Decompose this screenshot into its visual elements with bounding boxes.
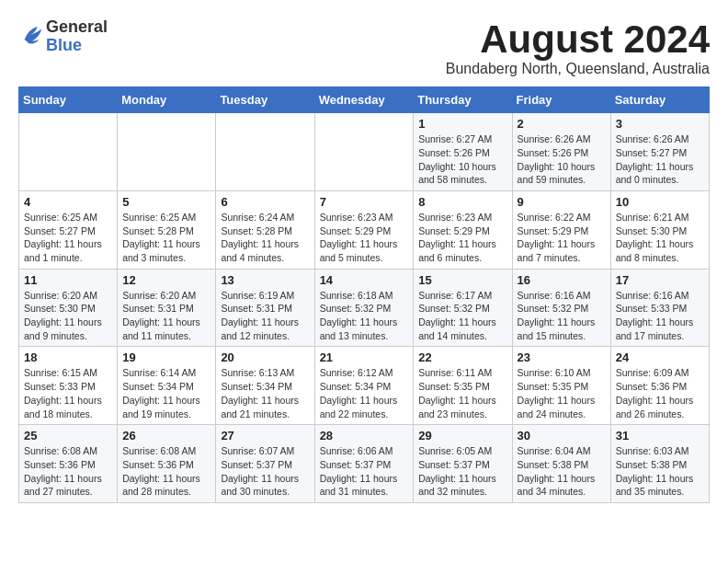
day-number: 19 <box>122 350 210 364</box>
day-of-week-sunday: Sunday <box>19 87 118 113</box>
day-number: 27 <box>221 429 309 442</box>
calendar-cell: 12Sunrise: 6:20 AM Sunset: 5:31 PM Dayli… <box>118 269 216 347</box>
calendar-cell: 1Sunrise: 6:27 AM Sunset: 5:26 PM Daylig… <box>414 113 512 191</box>
month-title: August 2024 <box>446 18 710 61</box>
calendar-cell <box>314 113 414 191</box>
day-of-week-friday: Friday <box>512 87 610 113</box>
day-number: 18 <box>24 350 112 364</box>
day-info: Sunrise: 6:23 AM Sunset: 5:29 PM Dayligh… <box>320 211 409 265</box>
day-info: Sunrise: 6:21 AM Sunset: 5:30 PM Dayligh… <box>616 211 704 265</box>
day-number: 28 <box>320 429 409 442</box>
day-info: Sunrise: 6:20 AM Sunset: 5:31 PM Dayligh… <box>122 289 210 343</box>
calendar-cell: 15Sunrise: 6:17 AM Sunset: 5:32 PM Dayli… <box>414 269 512 347</box>
calendar-cell: 22Sunrise: 6:11 AM Sunset: 5:35 PM Dayli… <box>414 347 512 425</box>
day-of-week-saturday: Saturday <box>610 87 709 113</box>
day-info: Sunrise: 6:10 AM Sunset: 5:35 PM Dayligh… <box>518 366 606 420</box>
day-info: Sunrise: 6:17 AM Sunset: 5:32 PM Dayligh… <box>418 289 506 343</box>
day-info: Sunrise: 6:04 AM Sunset: 5:38 PM Dayligh… <box>518 444 606 499</box>
day-number: 5 <box>122 195 210 209</box>
logo-blue: Blue <box>46 37 108 55</box>
day-info: Sunrise: 6:26 AM Sunset: 5:27 PM Dayligh… <box>616 132 704 187</box>
day-number: 10 <box>616 195 704 209</box>
day-number: 31 <box>616 429 704 442</box>
day-number: 17 <box>616 273 704 287</box>
day-info: Sunrise: 6:26 AM Sunset: 5:26 PM Dayligh… <box>518 132 606 187</box>
calendar-cell: 26Sunrise: 6:08 AM Sunset: 5:36 PM Dayli… <box>118 425 216 503</box>
day-of-week-monday: Monday <box>118 87 216 113</box>
day-of-week-tuesday: Tuesday <box>216 87 314 113</box>
day-number: 30 <box>518 429 606 442</box>
calendar-cell: 25Sunrise: 6:08 AM Sunset: 5:36 PM Dayli… <box>19 425 118 503</box>
day-number: 24 <box>616 350 704 364</box>
day-number: 3 <box>616 117 704 131</box>
day-info: Sunrise: 6:03 AM Sunset: 5:38 PM Dayligh… <box>616 444 704 499</box>
day-info: Sunrise: 6:05 AM Sunset: 5:37 PM Dayligh… <box>418 444 506 499</box>
calendar-cell: 23Sunrise: 6:10 AM Sunset: 5:35 PM Dayli… <box>512 347 610 425</box>
day-number: 6 <box>221 195 309 209</box>
calendar-cell: 30Sunrise: 6:04 AM Sunset: 5:38 PM Dayli… <box>512 425 610 503</box>
day-number: 12 <box>122 273 210 287</box>
calendar-cell: 7Sunrise: 6:23 AM Sunset: 5:29 PM Daylig… <box>314 190 414 269</box>
logo-bird-icon <box>20 22 46 48</box>
day-info: Sunrise: 6:20 AM Sunset: 5:30 PM Dayligh… <box>24 289 112 343</box>
header: General Blue August 2024 Bundaberg North… <box>18 18 710 77</box>
day-number: 29 <box>418 429 506 442</box>
day-number: 20 <box>221 350 309 364</box>
day-number: 16 <box>518 273 606 287</box>
day-info: Sunrise: 6:12 AM Sunset: 5:34 PM Dayligh… <box>320 366 409 420</box>
day-of-week-wednesday: Wednesday <box>314 87 414 113</box>
calendar-cell: 8Sunrise: 6:23 AM Sunset: 5:29 PM Daylig… <box>414 190 512 269</box>
day-info: Sunrise: 6:16 AM Sunset: 5:32 PM Dayligh… <box>518 289 606 343</box>
day-info: Sunrise: 6:23 AM Sunset: 5:29 PM Dayligh… <box>418 211 506 265</box>
day-number: 23 <box>518 350 606 364</box>
calendar-cell: 10Sunrise: 6:21 AM Sunset: 5:30 PM Dayli… <box>610 190 709 269</box>
day-info: Sunrise: 6:06 AM Sunset: 5:37 PM Dayligh… <box>320 444 409 499</box>
day-number: 11 <box>24 273 112 287</box>
calendar-cell: 9Sunrise: 6:22 AM Sunset: 5:29 PM Daylig… <box>512 190 610 269</box>
day-info: Sunrise: 6:16 AM Sunset: 5:33 PM Dayligh… <box>616 289 704 343</box>
logo-general: General <box>46 18 108 37</box>
day-info: Sunrise: 6:13 AM Sunset: 5:34 PM Dayligh… <box>221 366 309 420</box>
calendar-cell: 21Sunrise: 6:12 AM Sunset: 5:34 PM Dayli… <box>314 347 414 425</box>
calendar-cell: 3Sunrise: 6:26 AM Sunset: 5:27 PM Daylig… <box>610 113 709 191</box>
day-info: Sunrise: 6:18 AM Sunset: 5:32 PM Dayligh… <box>320 289 409 343</box>
day-info: Sunrise: 6:22 AM Sunset: 5:29 PM Dayligh… <box>518 211 606 265</box>
day-number: 9 <box>518 195 606 209</box>
day-number: 15 <box>418 273 506 287</box>
calendar: SundayMondayTuesdayWednesdayThursdayFrid… <box>18 86 710 503</box>
day-number: 22 <box>418 350 506 364</box>
calendar-cell <box>19 113 118 191</box>
calendar-cell: 13Sunrise: 6:19 AM Sunset: 5:31 PM Dayli… <box>216 269 314 347</box>
day-info: Sunrise: 6:19 AM Sunset: 5:31 PM Dayligh… <box>221 289 309 343</box>
day-info: Sunrise: 6:25 AM Sunset: 5:28 PM Dayligh… <box>122 211 210 265</box>
day-number: 2 <box>518 117 606 131</box>
title-block: August 2024 Bundaberg North, Queensland,… <box>446 18 710 77</box>
day-number: 26 <box>122 429 210 442</box>
calendar-cell: 31Sunrise: 6:03 AM Sunset: 5:38 PM Dayli… <box>610 425 709 503</box>
day-number: 13 <box>221 273 309 287</box>
day-number: 1 <box>418 117 506 131</box>
location-label: Bundaberg North, Queensland, Australia <box>446 61 710 77</box>
calendar-cell: 2Sunrise: 6:26 AM Sunset: 5:26 PM Daylig… <box>512 113 610 191</box>
day-info: Sunrise: 6:08 AM Sunset: 5:36 PM Dayligh… <box>24 444 112 499</box>
logo: General Blue <box>18 18 108 55</box>
calendar-cell: 16Sunrise: 6:16 AM Sunset: 5:32 PM Dayli… <box>512 269 610 347</box>
day-info: Sunrise: 6:24 AM Sunset: 5:28 PM Dayligh… <box>221 211 309 265</box>
calendar-cell: 4Sunrise: 6:25 AM Sunset: 5:27 PM Daylig… <box>19 190 118 269</box>
calendar-cell: 18Sunrise: 6:15 AM Sunset: 5:33 PM Dayli… <box>19 347 118 425</box>
day-info: Sunrise: 6:27 AM Sunset: 5:26 PM Dayligh… <box>418 132 506 187</box>
day-number: 7 <box>320 195 409 209</box>
day-number: 14 <box>320 273 409 287</box>
calendar-cell: 27Sunrise: 6:07 AM Sunset: 5:37 PM Dayli… <box>216 425 314 503</box>
calendar-cell: 19Sunrise: 6:14 AM Sunset: 5:34 PM Dayli… <box>118 347 216 425</box>
day-of-week-thursday: Thursday <box>414 87 512 113</box>
calendar-cell: 20Sunrise: 6:13 AM Sunset: 5:34 PM Dayli… <box>216 347 314 425</box>
day-number: 21 <box>320 350 409 364</box>
calendar-cell: 24Sunrise: 6:09 AM Sunset: 5:36 PM Dayli… <box>610 347 709 425</box>
calendar-cell: 29Sunrise: 6:05 AM Sunset: 5:37 PM Dayli… <box>414 425 512 503</box>
calendar-cell: 5Sunrise: 6:25 AM Sunset: 5:28 PM Daylig… <box>118 190 216 269</box>
calendar-cell <box>216 113 314 191</box>
day-info: Sunrise: 6:08 AM Sunset: 5:36 PM Dayligh… <box>122 444 210 499</box>
day-number: 4 <box>24 195 112 209</box>
calendar-cell: 11Sunrise: 6:20 AM Sunset: 5:30 PM Dayli… <box>19 269 118 347</box>
